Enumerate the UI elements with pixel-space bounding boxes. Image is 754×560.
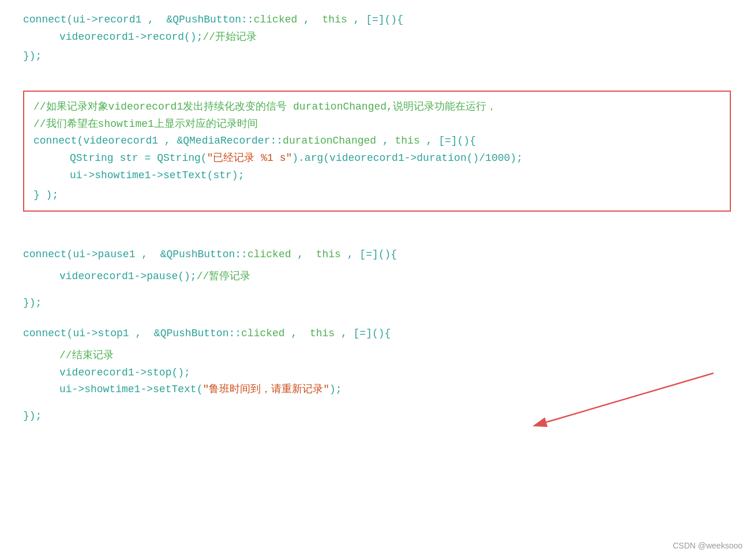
code-container: connect(ui->record1 , &QPushButton::clic… bbox=[0, 0, 754, 448]
line-1-2: videorecord1->record();//开始记录 bbox=[23, 29, 731, 46]
line-h-3: connect(videorecord1 , &QMediaRecorder::… bbox=[33, 133, 721, 150]
line-h-5: ui->showtime1->setText(str); bbox=[33, 167, 721, 185]
line-1-1: connect(ui->record1 , &QPushButton::clic… bbox=[23, 12, 731, 29]
line-2-3: }); bbox=[23, 295, 731, 312]
line-h-2: //我们希望在showtime1上显示对应的记录时间 bbox=[33, 116, 721, 133]
line-h-1: //如果记录对象videorecord1发出持续化改变的信号 durationC… bbox=[33, 99, 721, 116]
code-section-highlighted: //如果记录对象videorecord1发出持续化改变的信号 durationC… bbox=[23, 91, 731, 212]
red-arrow bbox=[517, 367, 714, 437]
line-1-3: }); bbox=[23, 48, 731, 65]
line-3-2: //结束记录 bbox=[23, 347, 731, 364]
line-h-6: } ); bbox=[33, 187, 721, 204]
code-section-3: connect(ui->stop1 , &QPushButton::clicke… bbox=[23, 325, 731, 424]
line-3-1: connect(ui->stop1 , &QPushButton::clicke… bbox=[23, 325, 731, 343]
svg-line-1 bbox=[546, 373, 714, 422]
code-section-1: connect(ui->record1 , &QPushButton::clic… bbox=[23, 12, 731, 65]
line-2-2: videorecord1->pause();//暂停记录 bbox=[23, 268, 731, 285]
line-h-4: QString str = QString("已经记录 %1 s").arg(v… bbox=[33, 150, 721, 167]
line-2-1: connect(ui->pause1 , &QPushButton::click… bbox=[23, 246, 731, 264]
watermark: CSDN @weeksooo bbox=[673, 539, 742, 552]
code-section-2: connect(ui->pause1 , &QPushButton::click… bbox=[23, 246, 731, 311]
